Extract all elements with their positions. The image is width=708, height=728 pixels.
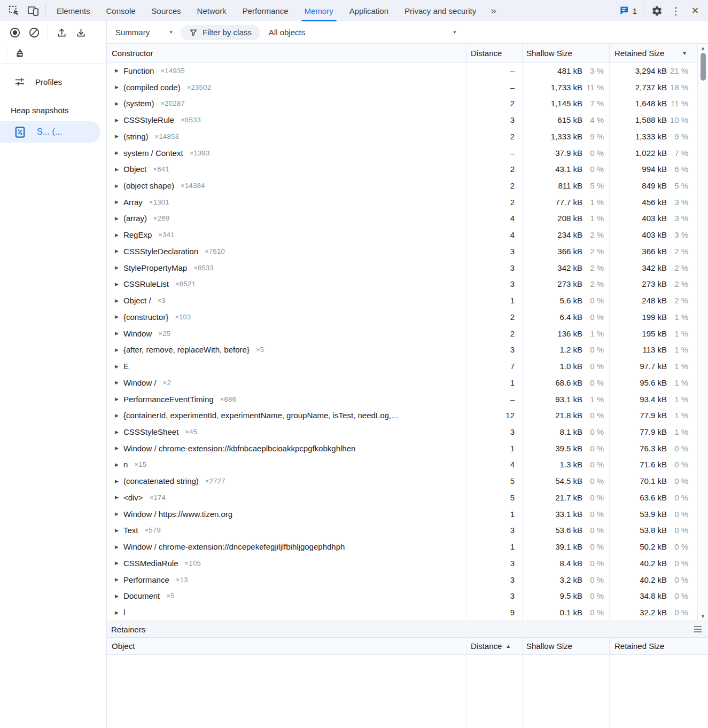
disclosure-triangle-icon[interactable]: ▶ — [115, 118, 119, 123]
tab-network[interactable]: Network — [189, 0, 235, 21]
table-row[interactable]: ▶CSSStyleSheet×4538.1 kB0 %77.9 kB1 % — [107, 424, 694, 440]
table-row[interactable]: ▶Window×252136 kB1 %195 kB1 % — [107, 325, 694, 342]
table-row[interactable]: ▶RegExp×3414234 kB2 %403 kB3 % — [107, 226, 694, 243]
disclosure-triangle-icon[interactable]: ▶ — [115, 134, 119, 139]
disclosure-triangle-icon[interactable]: ▶ — [115, 216, 119, 221]
table-row[interactable]: ▶(string)×1485321,333 kB9 %1,333 kB9 % — [107, 128, 694, 145]
sidebar-item-profiles[interactable]: Profiles — [0, 72, 106, 92]
disclosure-triangle-icon[interactable]: ▶ — [115, 593, 119, 599]
column-header-retainers-distance[interactable]: Distance ▲ — [466, 638, 522, 654]
table-row[interactable]: ▶Object /×315.6 kB0 %248 kB2 % — [107, 292, 694, 309]
disclosure-triangle-icon[interactable]: ▶ — [115, 479, 119, 484]
table-row[interactable]: ▶Window / chrome-extension://dncepekefeg… — [107, 538, 694, 555]
disclosure-triangle-icon[interactable]: ▶ — [115, 511, 119, 516]
disclosure-triangle-icon[interactable]: ▶ — [115, 150, 119, 155]
scrollbar-thumb[interactable] — [701, 53, 706, 81]
devtools-menu-button[interactable]: ⋮ — [666, 2, 686, 20]
more-tabs-button[interactable]: » — [484, 5, 503, 17]
column-header-retainers-shallow-size[interactable]: Shallow Size — [522, 638, 609, 654]
disclosure-triangle-icon[interactable]: ▶ — [115, 429, 119, 435]
column-header-distance[interactable]: Distance — [466, 44, 522, 62]
disclosure-triangle-icon[interactable]: ▶ — [115, 495, 119, 500]
disclosure-triangle-icon[interactable]: ▶ — [115, 610, 119, 615]
table-row[interactable]: ▶E71.0 kB0 %97.7 kB1 % — [107, 358, 694, 374]
table-row[interactable]: ▶CSSStyleDeclaration×76103366 kB2 %366 k… — [107, 243, 694, 260]
disclosure-triangle-icon[interactable]: ▶ — [115, 413, 119, 418]
disclosure-triangle-icon[interactable]: ▶ — [115, 445, 119, 451]
disclosure-triangle-icon[interactable]: ▶ — [115, 544, 119, 550]
table-row[interactable]: ▶{containerId, experimentId, experimentN… — [107, 407, 694, 424]
disclosure-triangle-icon[interactable]: ▶ — [115, 528, 119, 533]
tab-performance[interactable]: Performance — [235, 0, 297, 21]
perspective-select[interactable]: Summary ▼ — [115, 28, 173, 37]
disclosure-triangle-icon[interactable]: ▶ — [115, 364, 119, 369]
disclosure-triangle-icon[interactable]: ▶ — [115, 248, 119, 254]
scroll-up-arrow-icon[interactable]: ▲ — [698, 45, 708, 51]
disclosure-triangle-icon[interactable]: ▶ — [115, 347, 119, 353]
table-row[interactable]: ▶CSSStyleRule×85333615 kB4 %1,588 kB10 % — [107, 112, 694, 128]
table-row[interactable]: ▶Text×579353.6 kB0 %53.8 kB0 % — [107, 522, 694, 539]
tab-elements[interactable]: Elements — [49, 0, 98, 21]
scroll-down-arrow-icon[interactable]: ▼ — [698, 614, 708, 619]
table-row[interactable]: ▶(system)×2028721,145 kB7 %1,648 kB11 % — [107, 95, 694, 112]
table-row[interactable]: ▶{constructor}×10326.4 kB0 %199 kB1 % — [107, 309, 694, 325]
disclosure-triangle-icon[interactable]: ▶ — [115, 199, 119, 205]
disclosure-triangle-icon[interactable]: ▶ — [115, 298, 119, 303]
retainers-menu-icon[interactable] — [694, 626, 702, 632]
table-row[interactable]: ▶<div>×174521.7 kB0 %63.6 kB0 % — [107, 489, 694, 506]
disclosure-triangle-icon[interactable]: ▶ — [115, 331, 119, 336]
disclosure-triangle-icon[interactable]: ▶ — [115, 68, 119, 73]
column-header-retained-size[interactable]: Retained Size ▼ — [609, 44, 694, 62]
table-row[interactable]: ▶system / Context×1393–37.9 kB0 %1,022 k… — [107, 145, 694, 161]
close-devtools-button[interactable]: × — [686, 2, 705, 20]
vertical-scrollbar[interactable]: ▲ ▼ — [697, 44, 708, 621]
tab-console[interactable]: Console — [98, 0, 144, 21]
tab-application[interactable]: Application — [341, 0, 396, 21]
disclosure-triangle-icon[interactable]: ▶ — [115, 380, 119, 385]
record-heap-snapshot-button[interactable] — [5, 24, 25, 41]
inspect-element-button[interactable] — [4, 2, 24, 20]
class-filter-input[interactable]: Filter by class — [181, 25, 260, 40]
table-row[interactable]: ▶Array×1301277.7 kB1 %456 kB3 % — [107, 194, 694, 210]
disclosure-triangle-icon[interactable]: ▶ — [115, 314, 119, 319]
disclosure-triangle-icon[interactable]: ▶ — [115, 232, 119, 238]
settings-button[interactable] — [647, 2, 666, 20]
disclosure-triangle-icon[interactable]: ▶ — [115, 84, 119, 90]
tab-memory[interactable]: Memory — [297, 0, 341, 21]
table-row[interactable]: ▶(concatenated string)×2727554.5 kB0 %70… — [107, 473, 694, 489]
table-row[interactable]: ▶n×1541.3 kB0 %71.6 kB0 % — [107, 457, 694, 473]
disclosure-triangle-icon[interactable]: ▶ — [115, 281, 119, 287]
table-row[interactable]: ▶Document×539.5 kB0 %34.8 kB0 % — [107, 588, 694, 605]
tab-sources[interactable]: Sources — [144, 0, 189, 21]
disclosure-triangle-icon[interactable]: ▶ — [115, 560, 119, 566]
load-profile-button[interactable] — [52, 24, 71, 41]
table-row[interactable]: ▶Window / chrome-extension://kbfnbcaeplb… — [107, 440, 694, 457]
table-row[interactable]: ▶Window /×2168.6 kB0 %95.6 kB1 % — [107, 374, 694, 391]
column-header-retainers-retained-size[interactable]: Retained Size — [609, 638, 708, 654]
disclosure-triangle-icon[interactable]: ▶ — [115, 577, 119, 582]
disclosure-triangle-icon[interactable]: ▶ — [115, 167, 119, 172]
table-row[interactable]: ▶(array)×2694208 kB1 %403 kB3 % — [107, 210, 694, 227]
disclosure-triangle-icon[interactable]: ▶ — [115, 462, 119, 467]
disclosure-triangle-icon[interactable]: ▶ — [115, 396, 119, 402]
disclosure-triangle-icon[interactable]: ▶ — [115, 265, 119, 270]
table-row[interactable]: ▶Window / https://www.tizen.org133.1 kB0… — [107, 506, 694, 522]
tab-privacy-and-security[interactable]: Privacy and security — [396, 0, 484, 21]
table-row[interactable]: ▶(compiled code)×23502–1,733 kB11 %2,737… — [107, 79, 694, 96]
table-row[interactable]: ▶Performance×1333.2 kB0 %40.2 kB0 % — [107, 572, 694, 588]
table-row[interactable]: ▶CSSMediaRule×10538.4 kB0 %40.2 kB0 % — [107, 555, 694, 572]
table-row[interactable]: ▶l90.1 kB0 %32.2 kB0 % — [107, 604, 694, 621]
issues-counter[interactable]: 1 — [614, 5, 641, 16]
table-row[interactable]: ▶Function×14935–481 kB3 %3,294 kB21 % — [107, 62, 694, 79]
column-header-constructor[interactable]: Constructor — [107, 44, 466, 62]
column-header-object[interactable]: Object — [107, 638, 466, 654]
table-row[interactable]: ▶{after, remove, replaceWith, before}×53… — [107, 341, 694, 358]
table-row[interactable]: ▶PerformanceEventTiming×686–93.1 kB1 %93… — [107, 391, 694, 408]
table-row[interactable]: ▶StylePropertyMap×85333342 kB2 %342 kB2 … — [107, 260, 694, 276]
clear-all-profiles-button[interactable] — [10, 45, 29, 62]
disclosure-triangle-icon[interactable]: ▶ — [115, 183, 119, 189]
table-row[interactable]: ▶Object×641243.1 kB0 %994 kB6 % — [107, 161, 694, 177]
save-profile-button[interactable] — [71, 24, 90, 41]
table-row[interactable]: ▶CSSRuleList×85213273 kB2 %273 kB2 % — [107, 276, 694, 293]
objects-scope-select[interactable]: All objects ▼ — [269, 28, 457, 37]
